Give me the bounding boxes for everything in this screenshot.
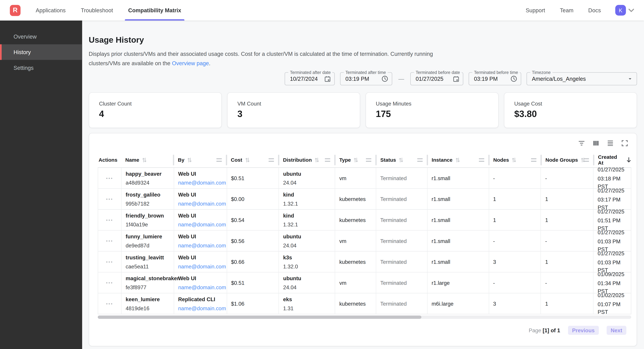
column-resize-handle[interactable] xyxy=(479,158,484,162)
date-range-dash: — xyxy=(398,75,405,82)
created-at-date: 01/27/2025 xyxy=(598,229,631,237)
row-actions-button[interactable]: ••• xyxy=(106,280,113,285)
row-actions-button[interactable]: ••• xyxy=(106,239,113,243)
page-description: Displays prior clusters/VMs and their as… xyxy=(89,49,433,68)
sidebar-item-history[interactable]: History xyxy=(0,44,82,60)
email-link[interactable]: name@domain.com xyxy=(178,200,226,207)
column-resize-handle[interactable] xyxy=(269,158,274,162)
calendar-icon[interactable] xyxy=(321,75,331,82)
timezone-select[interactable]: Timezone America/Los_Angeles xyxy=(526,72,637,85)
table-row: ••• happy_beavera48d9324 Web UIname@doma… xyxy=(98,168,631,189)
next-button[interactable]: Next xyxy=(606,326,626,335)
horizontal-scrollbar-thumb[interactable] xyxy=(98,316,422,319)
terminated-after-time-field[interactable]: Terminated after time 03:19 PM xyxy=(340,72,392,85)
email-link[interactable]: name@domain.com xyxy=(178,241,226,249)
stat-card-vm-count: VM Count 3 xyxy=(227,92,360,128)
distribution: kind xyxy=(283,212,335,219)
avatar[interactable]: K xyxy=(615,5,626,15)
column-header-status[interactable]: Status xyxy=(376,152,428,167)
previous-button[interactable]: Previous xyxy=(568,326,599,335)
instance: r1.small xyxy=(432,196,488,202)
row-actions-button[interactable]: ••• xyxy=(106,176,113,180)
app-root: R Applications Troubleshoot Compatibilit… xyxy=(0,0,644,349)
row-actions-button[interactable]: ••• xyxy=(106,260,113,264)
column-header-nodes[interactable]: Nodes xyxy=(489,152,541,167)
cost: $0.51 xyxy=(231,175,278,181)
column-header-by[interactable]: By xyxy=(174,152,227,167)
sort-icon[interactable] xyxy=(187,157,192,163)
columns-icon[interactable] xyxy=(592,139,600,147)
sort-desc-icon[interactable] xyxy=(626,157,631,163)
sort-icon[interactable] xyxy=(354,157,358,163)
cluster-name: frosty_galileo xyxy=(126,191,174,198)
density-icon[interactable] xyxy=(606,139,614,147)
cost: $0.56 xyxy=(231,238,278,244)
column-resize-handle[interactable] xyxy=(325,158,330,162)
terminated-after-date-field[interactable]: Terminated after date 10/27/2024 xyxy=(284,72,335,85)
column-resize-handle[interactable] xyxy=(584,158,589,162)
instance: r1.large xyxy=(432,280,488,286)
fullscreen-icon[interactable] xyxy=(621,139,628,147)
nav-link-docs[interactable]: Docs xyxy=(588,7,601,13)
main-content: Usage History Displays prior clusters/VM… xyxy=(82,20,644,349)
filter-icon[interactable] xyxy=(578,139,585,147)
type: kubernetes xyxy=(339,259,376,265)
nav-tab-compatibility-matrix[interactable]: Compatibility Matrix xyxy=(127,0,182,20)
calendar-icon[interactable] xyxy=(449,75,460,82)
column-resize-handle[interactable] xyxy=(216,158,222,162)
cost: $0.00 xyxy=(231,196,278,202)
terminated-before-date-field[interactable]: Terminated before date 01/27/2025 xyxy=(410,72,463,85)
status: Terminated xyxy=(380,259,427,265)
sort-icon[interactable] xyxy=(245,157,250,163)
sort-icon[interactable] xyxy=(315,157,319,163)
replicated-logo[interactable]: R xyxy=(10,5,20,16)
dropdown-arrow-icon[interactable] xyxy=(624,75,634,82)
nav-link-team[interactable]: Team xyxy=(560,7,574,13)
row-actions-button[interactable]: ••• xyxy=(106,197,113,201)
column-header-node-groups[interactable]: Node Groups xyxy=(541,152,594,167)
column-header-cost[interactable]: Cost xyxy=(227,152,279,167)
type: vm xyxy=(339,280,376,286)
sort-icon[interactable] xyxy=(142,157,147,163)
cluster-name: magical_stonebraker xyxy=(126,274,174,282)
email-link[interactable]: name@domain.com xyxy=(178,179,226,187)
nav-link-support[interactable]: Support xyxy=(526,7,545,13)
type: vm xyxy=(339,175,376,181)
email-link[interactable]: name@domain.com xyxy=(178,283,227,291)
overview-page-link[interactable]: Overview page xyxy=(172,60,209,66)
column-resize-handle[interactable] xyxy=(366,158,371,162)
sidebar-item-overview[interactable]: Overview xyxy=(0,29,82,44)
created-at-date: 01/27/2025 xyxy=(598,187,631,194)
column-resize-handle[interactable] xyxy=(531,158,536,162)
email-link[interactable]: name@domain.com xyxy=(178,262,226,270)
stat-card-cluster-count: Cluster Count 4 xyxy=(89,92,222,128)
stat-cards: Cluster Count 4 VM Count 3 Usage Minutes… xyxy=(89,92,637,128)
sort-icon[interactable] xyxy=(512,157,516,163)
sort-icon[interactable] xyxy=(399,157,403,163)
nav-tab-applications[interactable]: Applications xyxy=(35,0,66,20)
distribution: ubuntu xyxy=(283,232,335,240)
column-resize-handle[interactable] xyxy=(417,158,423,162)
column-header-instance[interactable]: Instance xyxy=(428,152,489,167)
created-by: Replicated CLI xyxy=(178,295,226,303)
chevron-down-icon[interactable] xyxy=(628,8,634,12)
clock-icon[interactable] xyxy=(378,75,388,82)
cluster-id: de9ed87d xyxy=(126,241,174,249)
column-header-name[interactable]: Name xyxy=(121,152,174,167)
terminated-before-time-field[interactable]: Terminated before time 03:19 PM xyxy=(469,72,521,85)
nav-tab-troubleshoot[interactable]: Troubleshoot xyxy=(80,0,114,20)
email-link[interactable]: name@domain.com xyxy=(178,304,226,312)
row-actions-button[interactable]: ••• xyxy=(106,218,113,222)
pagination: Page [1] of 1 Previous Next xyxy=(529,326,626,335)
sidebar-item-settings[interactable]: Settings xyxy=(0,60,82,75)
row-actions-button[interactable]: ••• xyxy=(106,301,113,306)
clock-icon[interactable] xyxy=(507,75,517,82)
table-header-row: Actions Name By Cost Distribution Ty xyxy=(98,152,631,168)
column-header-created-at[interactable]: Created At xyxy=(594,152,631,167)
email-link[interactable]: name@domain.com xyxy=(178,221,226,228)
sort-icon[interactable] xyxy=(455,157,460,163)
node-groups: 1 xyxy=(545,259,593,265)
column-header-type[interactable]: Type xyxy=(335,152,376,167)
column-header-distribution[interactable]: Distribution xyxy=(279,152,335,167)
created-at-date: 01/27/2025 xyxy=(598,250,631,257)
